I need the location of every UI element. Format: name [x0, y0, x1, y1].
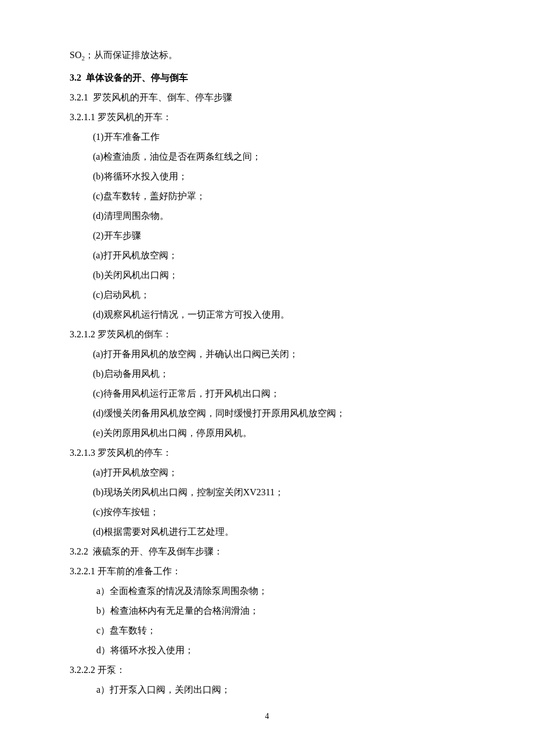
section-3-2-heading: 3.2 单体设备的开、停与倒车 — [70, 68, 464, 88]
heading-3-2-2-1: 3.2.2.1 开车前的准备工作： — [70, 561, 464, 581]
list-item: (a)检查油质，油位是否在两条红线之间； — [70, 147, 464, 167]
heading-3-2-2: 3.2.2 液硫泵的开、停车及倒车步骤： — [70, 542, 464, 561]
heading-3-2-1: 3.2.1 罗茨风机的开车、倒车、停车步骤 — [70, 88, 464, 107]
list-item: (b)现场关闭风机出口阀，控制室关闭XV2311； — [70, 483, 464, 502]
list-item: (c)盘车数转，盖好防护罩； — [70, 186, 464, 206]
list-item: (1)开车准备工作 — [70, 127, 464, 147]
list-item: (c)待备用风机运行正常后，打开风机出口阀； — [70, 384, 464, 404]
heading-3-2-2-2: 3.2.2.2 开泵： — [70, 660, 464, 680]
list-item: b）检查油杯内有无足量的合格润滑油； — [70, 601, 464, 621]
list-item: (a)打开风机放空阀； — [70, 246, 464, 265]
prev-section-tail: SO2；从而保证排放达标。 — [70, 45, 464, 68]
list-item: (b)启动备用风机； — [70, 364, 464, 384]
list-item: (b)将循环水投入使用； — [70, 167, 464, 186]
list-item: (a)打开备用风机的放空阀，并确认出口阀已关闭； — [70, 344, 464, 364]
list-item: (a)打开风机放空阀； — [70, 463, 464, 483]
list-item: (2)开车步骤 — [70, 226, 464, 246]
so2-prefix: SO — [70, 50, 81, 60]
list-item: a）全面检查泵的情况及清除泵周围杂物； — [70, 581, 464, 601]
list-item: (d)根据需要对风机进行工艺处理。 — [70, 522, 464, 542]
document-page: SO2；从而保证排放达标。 3.2 单体设备的开、停与倒车 3.2.1 罗茨风机… — [0, 0, 534, 756]
list-item: (d)缓慢关闭备用风机放空阀，同时缓慢打开原用风机放空阀； — [70, 404, 464, 423]
heading-3-2-1-1: 3.2.1.1 罗茨风机的开车： — [70, 107, 464, 127]
list-item: (c)按停车按钮； — [70, 502, 464, 522]
list-item: (b)关闭风机出口阀； — [70, 265, 464, 285]
list-item: c）盘车数转； — [70, 621, 464, 640]
heading-3-2-1-3: 3.2.1.3 罗茨风机的停车： — [70, 443, 464, 463]
page-number: 4 — [0, 712, 534, 721]
heading-3-2-1-2: 3.2.1.2 罗茨风机的倒车： — [70, 325, 464, 344]
list-item: d）将循环水投入使用； — [70, 640, 464, 660]
list-item: (d)清理周围杂物。 — [70, 206, 464, 226]
so2-suffix: ；从而保证排放达标。 — [85, 50, 178, 60]
list-item: (e)关闭原用风机出口阀，停原用风机。 — [70, 423, 464, 443]
list-item: (c)启动风机； — [70, 285, 464, 305]
list-item: a）打开泵入口阀，关闭出口阀； — [70, 680, 464, 700]
list-item: (d)观察风机运行情况，一切正常方可投入使用。 — [70, 305, 464, 325]
